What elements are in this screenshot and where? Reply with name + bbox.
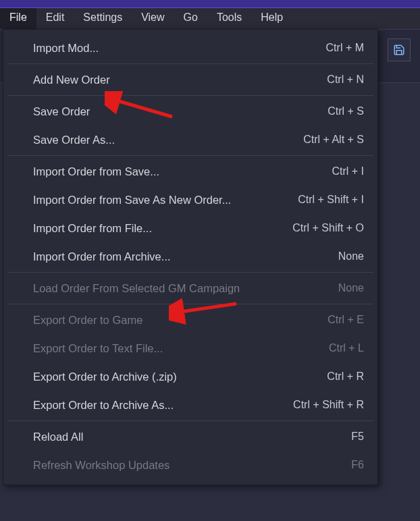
menubar-item-label: View [141,11,164,23]
menu-item-label: Refresh Workshop Updates [33,459,351,472]
menubar-item-label: Settings [83,11,122,23]
menu-item-label: Add New Order [33,74,327,86]
menu-item-shortcut: None [338,282,364,294]
menu-item-save-order[interactable]: Save OrderCtrl + S [3,97,377,126]
menu-item-shortcut: F6 [351,459,364,471]
menu-item-shortcut: Ctrl + L [329,342,364,354]
menu-item-shortcut: F5 [351,431,364,443]
menu-item-label: Reload All [33,431,351,443]
menu-item-import-order-from-archive[interactable]: Import Order from Archive...None [3,242,377,271]
menu-item-shortcut: Ctrl + E [327,314,364,326]
menubar-item-label: Edit [46,11,65,23]
menubar-item-settings[interactable]: Settings [74,8,132,29]
menu-item-export-order-to-archive-zip[interactable]: Export Order to Archive (.zip)Ctrl + R [3,362,377,391]
menu-item-label: Save Order [33,105,327,118]
menu-item-import-order-from-file[interactable]: Import Order from File...Ctrl + Shift + … [3,214,377,242]
menu-item-load-order-from-selected-gm-campaign: Load Order From Selected GM CampaignNone [3,274,377,302]
menu-separator [7,95,373,96]
menu-separator [7,304,373,304]
menu-item-label: Export Order to Game [33,314,327,327]
menubar-item-label: Tools [217,11,242,23]
menu-item-shortcut: None [338,250,364,263]
menu-item-label: Import Order from Archive... [33,250,338,263]
menubar-item-edit[interactable]: Edit [36,8,74,29]
menu-item-shortcut: Ctrl + S [327,105,364,117]
menu-item-label: Save Order As... [33,134,303,146]
menubar-item-label: File [9,11,27,23]
menu-separator [7,155,373,156]
menu-item-label: Import Mod... [33,42,326,55]
menubar: FileEditSettingsViewGoToolsHelp [0,8,420,29]
save-icon [393,44,405,56]
menu-item-label: Load Order From Selected GM Campaign [33,282,338,295]
menubar-item-tools[interactable]: Tools [207,8,251,29]
window-titlebar-strip [0,0,420,8]
menu-item-add-new-order[interactable]: Add New OrderCtrl + N [3,65,377,94]
menubar-item-help[interactable]: Help [251,8,292,29]
menu-item-shortcut: Ctrl + Shift + O [292,222,364,234]
menu-item-export-order-to-archive-as[interactable]: Export Order to Archive As...Ctrl + Shif… [3,391,377,419]
menu-item-label: Import Order from Save... [33,165,332,178]
menu-item-label: Export Order to Archive As... [33,399,293,412]
menu-item-shortcut: Ctrl + R [327,371,364,383]
menu-item-shortcut: Ctrl + N [327,74,364,86]
menu-item-label: Export Order to Archive (.zip) [33,371,327,383]
menubar-item-go[interactable]: Go [174,8,207,29]
menu-item-shortcut: Ctrl + M [326,42,364,54]
menubar-item-label: Go [184,11,198,23]
menu-item-label: Import Order from Save As New Order... [33,194,298,207]
menu-item-label: Export Order to Text File... [33,342,329,355]
menubar-item-file[interactable]: File [0,8,36,29]
menu-item-shortcut: Ctrl + Shift + I [298,194,364,206]
menu-separator [7,272,373,273]
menu-item-reload-all[interactable]: Reload AllF5 [3,422,377,451]
menubar-item-view[interactable]: View [132,8,174,29]
menu-item-import-order-from-save-as-new-order[interactable]: Import Order from Save As New Order...Ct… [3,186,377,214]
menu-item-import-order-from-save[interactable]: Import Order from Save...Ctrl + I [3,157,377,186]
menu-separator [7,63,373,64]
menu-item-export-order-to-game: Export Order to GameCtrl + E [3,306,377,334]
file-dropdown-menu: Import Mod...Ctrl + MAdd New OrderCtrl +… [3,29,378,485]
menu-separator [7,420,373,421]
menu-item-export-order-to-text-file: Export Order to Text File...Ctrl + L [3,334,377,362]
menu-item-save-order-as[interactable]: Save Order As...Ctrl + Alt + S [3,126,377,154]
save-toolbar-button[interactable] [388,38,411,61]
menu-item-import-mod[interactable]: Import Mod...Ctrl + M [3,34,377,62]
menu-item-refresh-workshop-updates: Refresh Workshop UpdatesF6 [3,451,377,479]
menu-item-shortcut: Ctrl + I [332,165,364,177]
menubar-item-label: Help [261,11,283,23]
menu-item-shortcut: Ctrl + Alt + S [303,134,364,146]
menu-item-label: Import Order from File... [33,222,292,235]
menu-item-shortcut: Ctrl + Shift + R [293,399,364,411]
